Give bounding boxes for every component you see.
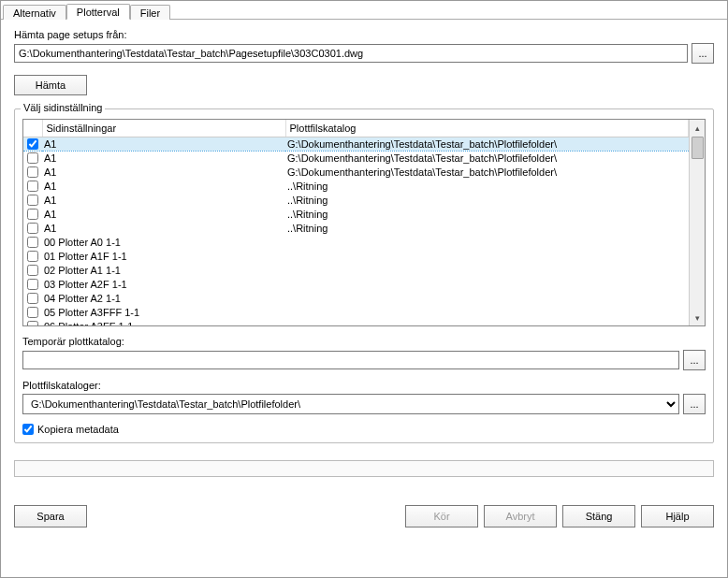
row-path: ..\Ritning (285, 207, 689, 221)
copy-metadata-checkbox[interactable] (22, 424, 34, 435)
row-name: 02 Plotter A1 1-1 (42, 263, 285, 277)
save-button[interactable]: Spara (14, 505, 87, 527)
settings-table-wrap: Sidinställningar Plottfilskatalog A1G:\D… (22, 119, 706, 326)
row-checkbox[interactable] (27, 265, 38, 276)
row-name: 04 Plotter A2 1-1 (42, 291, 285, 305)
settings-table: Sidinställningar Plottfilskatalog A1G:\D… (23, 120, 689, 325)
tab-filer[interactable]: Filer (130, 5, 170, 20)
row-name: A1 (42, 165, 285, 179)
row-checkbox[interactable] (27, 307, 38, 318)
row-name: 03 Plotter A2F 1-1 (42, 277, 285, 291)
row-name: A1 (42, 221, 285, 235)
page-setup-group: Välj sidinställning Sidinställningar Plo… (14, 108, 714, 443)
row-path: G:\Dokumenthantering\Testdata\Testar_bat… (285, 165, 689, 179)
help-button[interactable]: Hjälp (641, 505, 714, 527)
table-row[interactable]: 01 Plotter A1F 1-1 (23, 249, 689, 263)
table-scrollbar[interactable]: ▴ ▾ (689, 120, 705, 325)
scroll-down-icon[interactable]: ▾ (690, 310, 706, 325)
table-row[interactable]: A1G:\Dokumenthantering\Testdata\Testar_b… (23, 137, 689, 151)
row-checkbox[interactable] (27, 223, 38, 234)
cancel-button[interactable]: Avbryt (484, 505, 557, 527)
row-path: ..\Ritning (285, 221, 689, 235)
row-path: G:\Dokumenthantering\Testdata\Testar_bat… (285, 151, 689, 165)
table-row[interactable]: 00 Plotter A0 1-1 (23, 235, 689, 249)
row-path (285, 305, 689, 319)
row-checkbox[interactable] (27, 195, 38, 206)
row-checkbox[interactable] (27, 293, 38, 304)
table-row[interactable]: A1G:\Dokumenthantering\Testdata\Testar_b… (23, 151, 689, 165)
row-path (285, 263, 689, 277)
scroll-up-icon[interactable]: ▴ (690, 120, 706, 136)
row-name: A1 (42, 207, 285, 221)
tab-plotterval[interactable]: Plotterval (66, 4, 130, 20)
row-name: 01 Plotter A1F 1-1 (42, 249, 285, 263)
row-path (285, 291, 689, 305)
row-name: A1 (42, 193, 285, 207)
row-checkbox[interactable] (27, 279, 38, 290)
row-name: 06 Plotter A3FF 1-1 (42, 319, 285, 325)
row-path (285, 249, 689, 263)
progress-bar (14, 460, 714, 477)
plot-folders-label: Plottfilskataloger: (22, 380, 706, 391)
table-row[interactable]: 03 Plotter A2F 1-1 (23, 277, 689, 291)
table-row[interactable]: A1..\Ritning (23, 179, 689, 193)
row-checkbox[interactable] (27, 152, 38, 164)
table-row[interactable]: 02 Plotter A1 1-1 (23, 263, 689, 277)
source-label: Hämta page setups från: (14, 29, 714, 40)
row-path: ..\Ritning (285, 193, 689, 207)
group-title: Välj sidinställning (21, 102, 105, 113)
row-path: ..\Ritning (285, 179, 689, 193)
row-path (285, 277, 689, 291)
row-checkbox[interactable] (27, 181, 38, 192)
row-name: A1 (42, 179, 285, 193)
source-path-input[interactable] (14, 44, 688, 63)
table-row[interactable]: 04 Plotter A2 1-1 (23, 291, 689, 305)
plot-folders-select[interactable]: G:\Dokumenthantering\Testdata\Testar_bat… (22, 394, 679, 414)
row-name: 05 Plotter A3FFF 1-1 (42, 305, 285, 319)
close-button[interactable]: Stäng (562, 505, 635, 527)
table-row[interactable]: A1..\Ritning (23, 193, 689, 207)
row-name: A1 (42, 137, 285, 151)
row-path (285, 319, 689, 325)
row-name: 00 Plotter A0 1-1 (42, 235, 285, 249)
row-checkbox[interactable] (27, 237, 38, 248)
browse-plotfolders-button[interactable]: ... (683, 394, 706, 414)
scroll-thumb[interactable] (692, 137, 704, 159)
tab-alternativ[interactable]: Alternativ (3, 5, 66, 20)
table-row[interactable]: A1G:\Dokumenthantering\Testdata\Testar_b… (23, 165, 689, 179)
copy-metadata-label: Kopiera metadata (37, 424, 119, 435)
run-button[interactable]: Kör (405, 505, 478, 527)
row-checkbox[interactable] (27, 166, 38, 178)
row-path: G:\Dokumenthantering\Testdata\Testar_bat… (285, 137, 689, 151)
tab-bar: Alternativ Plotterval Filer (1, 1, 727, 20)
browse-source-button[interactable]: ... (692, 43, 714, 64)
table-row[interactable]: 06 Plotter A3FF 1-1 (23, 319, 689, 325)
col-settings[interactable]: Sidinställningar (42, 120, 285, 137)
browse-temp-button[interactable]: ... (683, 350, 706, 370)
row-checkbox[interactable] (27, 321, 38, 325)
table-row[interactable]: A1..\Ritning (23, 207, 689, 221)
table-row[interactable]: A1..\Ritning (23, 221, 689, 235)
table-row[interactable]: 05 Plotter A3FFF 1-1 (23, 305, 689, 319)
temp-folder-input[interactable] (22, 351, 679, 369)
row-checkbox[interactable] (27, 209, 38, 220)
row-checkbox[interactable] (27, 251, 38, 262)
temp-folder-label: Temporär plottkatalog: (22, 336, 706, 347)
row-checkbox[interactable] (27, 138, 38, 150)
col-folder[interactable]: Plottfilskatalog (285, 120, 689, 137)
row-path (285, 235, 689, 249)
fetch-button[interactable]: Hämta (14, 75, 87, 95)
row-name: A1 (42, 151, 285, 165)
